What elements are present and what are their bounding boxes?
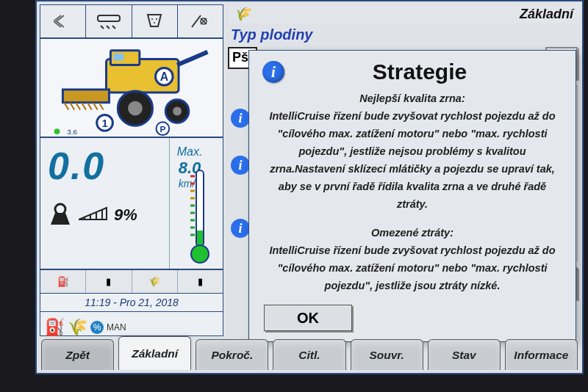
tab-bar: Zpět Základní Pokroč. Citl. Souvr. Stav … [40, 336, 579, 370]
info-icon: i [262, 61, 284, 83]
dialog-title: Strategie [299, 59, 562, 84]
dialog-section2-heading: Omezené ztráty: [262, 225, 562, 242]
left-iconbar [40, 5, 223, 39]
svg-point-28 [191, 245, 209, 263]
fan-icon[interactable] [178, 5, 223, 37]
dialog-section1-heading: Nejlepší kvalita zrna: [262, 90, 562, 108]
svg-point-19 [54, 128, 60, 134]
fuel-icon: ⛽ [45, 318, 65, 337]
ramp-icon [79, 206, 108, 224]
info-icon[interactable]: i [231, 219, 250, 238]
left-panel: A P 1 3.6 0.0 [40, 4, 223, 336]
svg-rect-27 [197, 231, 203, 247]
page-title: Základní [520, 7, 573, 22]
tab-related[interactable]: Souvr. [351, 339, 423, 370]
strategy-dialog: i Strategie Nejlepší kvalita zrna: Intel… [248, 50, 576, 342]
back-arrow-icon[interactable] [40, 5, 86, 37]
machine-graphic: A P 1 3.6 [40, 39, 223, 138]
tab-advanced[interactable]: Pokroč. [196, 339, 268, 370]
max-label: Max. [170, 145, 209, 159]
screen: 🌾 Základní [35, 0, 584, 374]
svg-point-3 [154, 22, 155, 23]
minor-iconbar: ⛽ ▮ 🌾 ▮ [40, 270, 223, 294]
svg-rect-7 [113, 54, 123, 61]
weight-icon [48, 201, 73, 229]
dialog-body: Nejlepší kvalita zrna: IntelliCruise říz… [262, 90, 562, 295]
svg-point-12 [173, 107, 182, 116]
timestamp: 11:19 - Pro 21, 2018 [40, 294, 223, 312]
svg-text:A: A [160, 70, 168, 83]
svg-rect-8 [62, 90, 109, 103]
svg-rect-0 [98, 15, 120, 21]
svg-point-10 [128, 101, 143, 116]
crop-icon: 🌾 [68, 318, 87, 337]
header-icon[interactable] [86, 5, 132, 37]
svg-text:3.6: 3.6 [67, 128, 77, 136]
tab-sensitivity[interactable]: Citl. [273, 339, 345, 370]
svg-point-21 [55, 204, 65, 214]
section-crop-type-label: Typ plodiny [228, 26, 579, 46]
tab-status[interactable]: Stav [428, 339, 501, 370]
percent-badge: % [90, 321, 104, 334]
dialog-section2-body: IntelliCruise řízení bude zvyšovat rychl… [262, 242, 562, 295]
status-icon-4[interactable]: ▮ [178, 270, 223, 293]
grain-icon: 🌾 [234, 6, 250, 22]
thermometer-icon [190, 166, 209, 266]
ok-button[interactable]: OK [264, 305, 352, 331]
speed-panel: 0.0 9% Max. 8.0 km/h [40, 138, 223, 270]
grain-loss-icon[interactable]: 🌾 [132, 270, 178, 293]
dialog-section1-body: IntelliCruise řízení bude zvyšovat rychl… [262, 108, 562, 214]
sieve-icon[interactable] [132, 5, 178, 37]
tab-basic[interactable]: Základní [118, 336, 191, 370]
fuel-pump-icon[interactable]: ⛽ [40, 270, 86, 293]
titlebar: 🌾 Základní [228, 4, 579, 23]
status-icon-2[interactable]: ▮ [86, 270, 132, 293]
svg-point-1 [151, 18, 153, 20]
tab-info[interactable]: Informace [505, 339, 578, 370]
info-icon[interactable]: i [231, 109, 250, 128]
engine-load-value: 9% [114, 206, 137, 225]
svg-text:P: P [159, 124, 165, 134]
tab-back[interactable]: Zpět [41, 339, 114, 370]
ground-speed-value: 0.0 [48, 144, 165, 188]
svg-text:1: 1 [101, 117, 107, 129]
svg-point-2 [156, 18, 157, 20]
info-icon[interactable]: i [231, 156, 250, 175]
manual-label: MAN [107, 322, 126, 333]
